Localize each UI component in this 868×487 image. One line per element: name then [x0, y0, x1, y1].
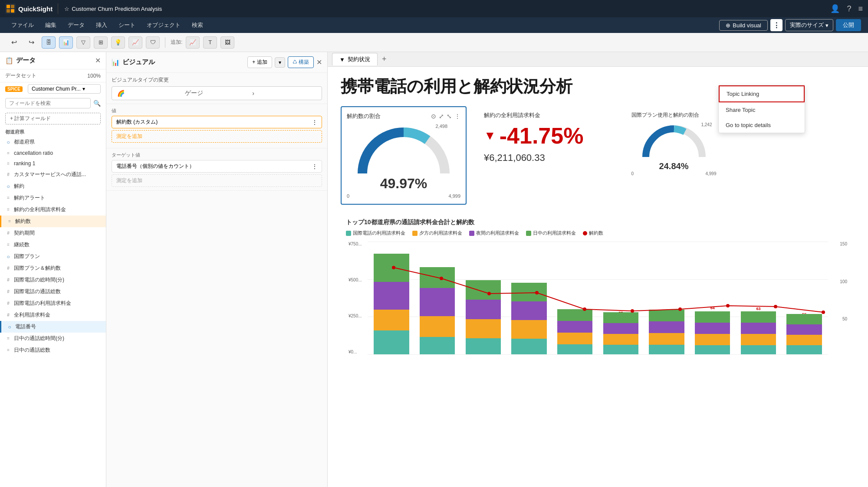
star-icon: ☆	[64, 6, 69, 12]
more-icon[interactable]: ⋮	[312, 163, 317, 170]
menu-icon[interactable]: ≡	[858, 4, 863, 13]
dropdown-item-topic-details[interactable]: Go to topic details	[719, 118, 805, 133]
dropdown-item-topic-linking[interactable]: Topic Linking	[719, 85, 805, 102]
dim-icon: =	[5, 207, 11, 213]
chart-button[interactable]: 📈	[128, 36, 142, 49]
gauge-icon-1[interactable]: ⊙	[431, 113, 436, 120]
help-icon[interactable]: ?	[847, 4, 851, 13]
add-measure2-button[interactable]: 測定を追加	[112, 174, 322, 187]
bulb-button[interactable]: 💡	[111, 36, 125, 49]
add-line-button[interactable]: 📈	[186, 36, 200, 49]
user-icon[interactable]: 👤	[830, 4, 840, 13]
insight-button[interactable]: ⊞	[94, 36, 108, 49]
build-visual-button[interactable]: ⊕ Build visual	[719, 20, 768, 31]
field-item-intl-cancel[interactable]: # 国際プラン＆解約数	[0, 262, 106, 274]
add-label: 追加:	[171, 39, 182, 46]
field-item-day-total[interactable]: = 日中の通話総数	[0, 344, 106, 356]
field-item-continue[interactable]: = 継続数	[0, 239, 106, 251]
add-text-button[interactable]: T	[203, 36, 217, 49]
field-item-intl-charge[interactable]: # 国際電話の利用請求料金	[0, 297, 106, 309]
menu-edit[interactable]: 編集	[41, 20, 61, 31]
field-item-intl-hours[interactable]: # 国際電話の総時間(分)	[0, 274, 106, 286]
sheet-tab-1[interactable]: ▼ 契約状況	[332, 53, 378, 65]
bar-seg-6-3	[603, 323, 638, 334]
visual-panel-toggle[interactable]: 📊	[59, 36, 73, 49]
add-image-button[interactable]: 🖼	[220, 36, 234, 49]
field-item-cancellation[interactable]: = cancellation ratio	[0, 148, 106, 158]
value-field-item[interactable]: 解約数 (カスタム) ⋮	[112, 116, 322, 128]
gauge-icon-3[interactable]: ⤡	[447, 113, 452, 120]
add-button[interactable]: + 追加	[247, 56, 272, 68]
menu-data[interactable]: データ	[63, 20, 89, 31]
shield-button[interactable]: 🛡	[146, 36, 160, 49]
bar-seg-1-3	[374, 282, 409, 310]
kpi-percent: -41.75%	[500, 123, 584, 149]
field-item-intl-plan[interactable]: ○ 国際プラン	[0, 251, 106, 262]
bar-group-10: 56	[782, 242, 826, 354]
app-logo[interactable]: QuickSight	[5, 3, 58, 14]
bar-seg-10-2	[786, 335, 822, 345]
redo-button[interactable]: ↪	[24, 36, 38, 49]
gauge-max: 4,999	[448, 193, 460, 199]
data-panel-close[interactable]: ✕	[95, 56, 101, 65]
menu-search[interactable]: 検索	[187, 20, 207, 31]
menu-sheet[interactable]: シート	[114, 20, 140, 31]
top-bar-icons: 👤 ? ≡	[830, 4, 863, 13]
bar-group-2: 112	[415, 242, 460, 354]
add-calculated-field-button[interactable]: + 計算フィールド	[5, 113, 101, 124]
add-dropdown-button[interactable]: ▾	[275, 57, 285, 68]
target-field-item[interactable]: 電話番号（個別の値をカウント） ⋮	[112, 160, 322, 173]
field-item-cancellation2[interactable]: ○ 解約	[0, 180, 106, 192]
size-button[interactable]: 実際のサイズ ▾	[785, 19, 833, 31]
gauge-svg	[347, 124, 460, 180]
data-panel-toggle[interactable]: 🗄	[42, 36, 56, 49]
visual-panel-close[interactable]: ✕	[316, 58, 322, 66]
bar-seg-5-4	[557, 309, 592, 321]
dropdown-item-share-topic[interactable]: Share Topic	[719, 102, 805, 118]
dataset-selector[interactable]: Customer Churn Pr... ▾	[28, 84, 101, 94]
data-panel-title: 📋 データ	[5, 56, 36, 65]
undo-button[interactable]: ↩	[7, 36, 21, 49]
field-item-intl-total[interactable]: # 国際電話の通話総数	[0, 286, 106, 297]
field-item-alert[interactable]: = 解約アラート	[0, 192, 106, 204]
menu-object[interactable]: オブジェクト	[142, 20, 185, 31]
filter-button[interactable]: ▽	[76, 36, 90, 49]
sheet-tabs: ▼ 契約状況 +	[328, 52, 868, 67]
publish-button[interactable]: 公開	[836, 19, 861, 31]
svg-rect-1	[7, 5, 10, 8]
dim-icon: =	[5, 195, 11, 201]
field-search-input[interactable]	[5, 98, 91, 108]
field-item-customer-service[interactable]: # カスタマーサービスへの通話...	[0, 169, 106, 180]
more-icon[interactable]: ⋮	[312, 119, 317, 125]
bar-seg-4-4	[511, 283, 546, 301]
legend-intl: 国際電話の利用請求料金	[346, 230, 405, 236]
bar-seg-9-4	[741, 311, 776, 323]
add-measure-button[interactable]: 測定を追加	[112, 130, 322, 143]
more-options-button[interactable]: ⋮	[770, 19, 783, 31]
visual-type-button[interactable]: 🌈 ゲージ ›	[112, 86, 322, 100]
mini-gauge-min: 0	[631, 171, 634, 176]
gauge-widget: 解約数の割合 ⊙ ⤢ ⤡ ⋮ 2,498	[341, 106, 467, 205]
field-item-total-charge[interactable]: = 解約の全利用請求料金	[0, 204, 106, 216]
gauge-icon-2[interactable]: ⤢	[439, 113, 444, 120]
field-item-total-billing[interactable]: # 全利用請求料金	[0, 309, 106, 321]
field-item-day-hours[interactable]: = 日中の通話総時間(分)	[0, 333, 106, 344]
config-button[interactable]: ♺ 構築	[288, 56, 314, 68]
field-item-phone[interactable]: ○ 電話番号	[0, 321, 106, 333]
bar-seg-2-2	[420, 316, 455, 337]
add-sheet-button[interactable]: +	[379, 55, 389, 64]
bar-stack-10	[786, 314, 822, 354]
menu-file[interactable]: ファイル	[7, 20, 38, 31]
field-item-contract[interactable]: # 契約期間	[0, 227, 106, 239]
dataset-label: データセット	[5, 72, 36, 79]
menu-insert[interactable]: 挿入	[92, 20, 112, 31]
field-item-ranking[interactable]: = ranking 1	[0, 158, 106, 169]
gauge-icons: ⊙ ⤢ ⤡ ⋮	[431, 113, 460, 120]
kpi-title: 解約の全利用請求料金	[484, 111, 609, 119]
field-item-cancellations[interactable]: = 解約数	[0, 216, 106, 227]
bar-group-7: 59	[644, 242, 689, 354]
gauge-more-icon[interactable]: ⋮	[454, 113, 460, 120]
bar-group-4: 88	[507, 242, 551, 354]
legend-intl-color	[346, 231, 351, 236]
field-item-todofuken[interactable]: ○ 都道府県	[0, 136, 106, 148]
